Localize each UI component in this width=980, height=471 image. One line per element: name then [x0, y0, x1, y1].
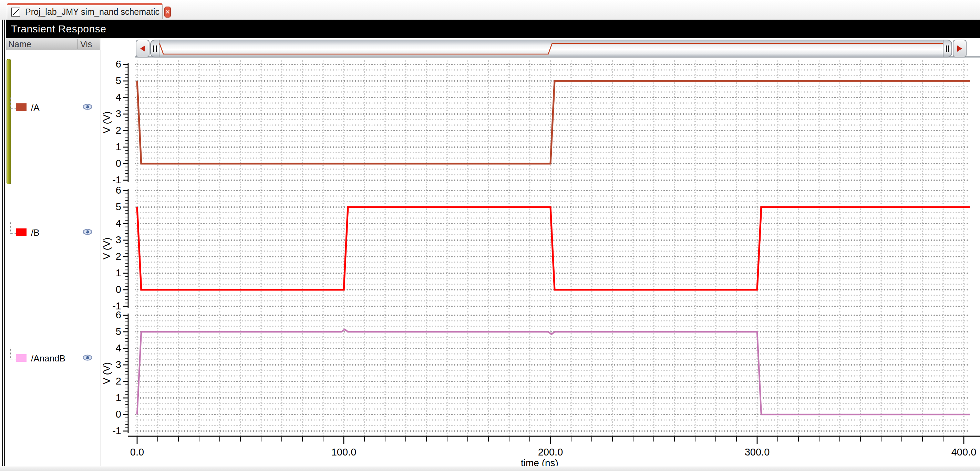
plot-title-bar: Transient Response: [6, 20, 980, 38]
y-tick-label: 6: [100, 309, 121, 321]
tree-branch-icon: [10, 97, 16, 108]
y-axis-title: V (V): [101, 237, 112, 259]
tree-branch-icon: [10, 348, 16, 360]
left-arrow-icon: [140, 46, 145, 52]
visibility-eye-icon[interactable]: [83, 104, 92, 110]
vis-column-header[interactable]: Vis: [77, 39, 100, 49]
x-tick-label: 400.0: [945, 447, 980, 458]
y-axis-title: V (V): [101, 362, 112, 384]
strip-group-marker[interactable]: [6, 59, 11, 185]
y-tick-label: 4: [100, 342, 121, 354]
y-tick-label: -1: [100, 174, 121, 186]
overview-mini-trace: [159, 40, 943, 57]
y-tick-label: 0: [100, 284, 121, 295]
waveform-viewer-window: Proj_lab_JMY sim_nand schematic ✕ Transi…: [0, 0, 980, 471]
y-tick-label: 0: [100, 158, 121, 169]
y-axis-title: V (V): [101, 111, 112, 133]
plot-grid[interactable]: [135, 186, 969, 311]
tab-sim-nand[interactable]: Proj_lab_JMY sim_nand schematic ✕: [7, 3, 162, 19]
signal-panel: Name Vis /A /B /AnandB: [6, 38, 100, 466]
panel-splitter[interactable]: [0, 20, 6, 466]
y-tick-label: 5: [100, 75, 121, 86]
scroll-right-button[interactable]: [953, 40, 967, 57]
status-bar: [0, 466, 980, 471]
name-column-header[interactable]: Name: [6, 39, 77, 49]
y-tick-label: 5: [100, 326, 121, 337]
tab-title: Proj_lab_JMY sim_nand schematic: [25, 7, 159, 17]
tree-branch-icon: [10, 222, 16, 234]
y-tick-label: 4: [100, 92, 121, 103]
x-tick-label: 100.0: [325, 447, 363, 458]
y-tick-label: 5: [100, 201, 121, 213]
tab-close-icon[interactable]: ✕: [164, 6, 171, 18]
time-overview-scrollbar[interactable]: [136, 40, 967, 57]
scroll-left-button[interactable]: [136, 40, 150, 57]
signal-color-swatch[interactable]: [16, 228, 27, 236]
range-handle-right[interactable]: [943, 40, 952, 57]
signal-label[interactable]: /A: [31, 102, 40, 113]
overview-track[interactable]: [159, 40, 943, 57]
x-tick-label: 0.0: [118, 447, 156, 458]
y-tick-label: -1: [100, 425, 121, 436]
y-tick-label: 6: [100, 185, 121, 196]
plot-grid[interactable]: [135, 310, 969, 436]
signal-label[interactable]: /B: [31, 228, 40, 238]
visibility-eye-icon[interactable]: [83, 229, 92, 235]
signal-panel-header: Name Vis: [6, 38, 100, 50]
range-handle-left[interactable]: [150, 40, 159, 57]
visibility-eye-icon[interactable]: [83, 355, 92, 361]
plot-title: Transient Response: [11, 23, 106, 35]
y-tick-label: 0: [100, 409, 121, 420]
signal-color-swatch[interactable]: [16, 103, 27, 111]
signal-row-a[interactable]: /A: [6, 100, 100, 115]
x-tick-label: 300.0: [738, 447, 776, 458]
signal-row-b[interactable]: /B: [6, 224, 100, 240]
signal-color-swatch[interactable]: [16, 354, 27, 362]
tab-accent-stripe: [7, 3, 162, 5]
plot-grid[interactable]: [135, 60, 969, 185]
y-tick-label: 1: [100, 141, 121, 153]
schematic-icon: [11, 8, 20, 16]
x-tick-label: 200.0: [531, 447, 570, 458]
signal-row-anandb[interactable]: /AnandB: [6, 350, 100, 366]
tab-bar: Proj_lab_JMY sim_nand schematic ✕: [0, 0, 980, 20]
right-arrow-icon: [957, 46, 962, 52]
y-tick-label: 4: [100, 218, 121, 229]
y-tick-label: 1: [100, 392, 121, 403]
y-tick-label: 1: [100, 267, 121, 279]
signal-label[interactable]: /AnandB: [31, 353, 65, 364]
y-tick-label: 6: [100, 59, 121, 70]
